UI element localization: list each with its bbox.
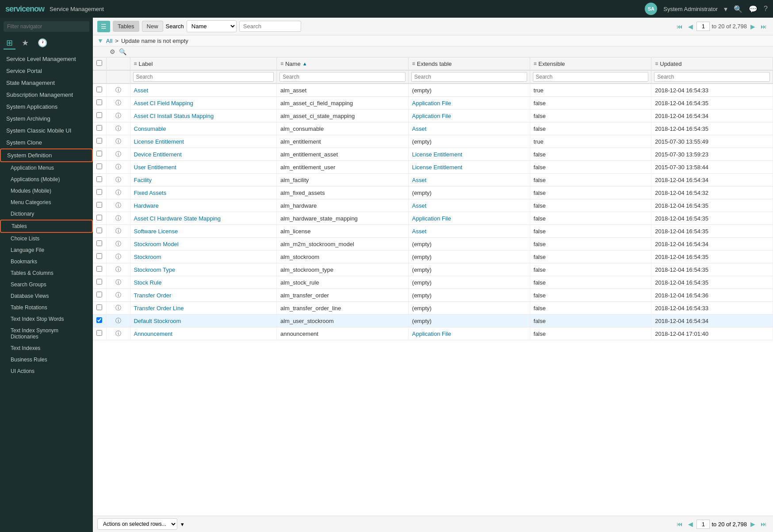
- row-label-link[interactable]: Transfer Order Line: [134, 305, 184, 312]
- chat-icon[interactable]: 💬: [749, 5, 758, 13]
- row-extends-link[interactable]: Asset: [412, 202, 427, 209]
- row-label-link[interactable]: Default Stockroom: [134, 318, 181, 324]
- info-button[interactable]: ⓘ: [115, 227, 121, 235]
- row-checkbox[interactable]: [96, 112, 102, 118]
- search-field-dropdown[interactable]: Name Label Extends table: [187, 20, 237, 32]
- hamburger-button[interactable]: ☰: [97, 21, 110, 32]
- sidebar-item-business-rules[interactable]: Business Rules: [0, 354, 93, 365]
- info-button[interactable]: ⓘ: [115, 86, 121, 94]
- sidebar-item-modules-(mobile)[interactable]: Modules (Mobile): [0, 185, 93, 197]
- row-label-link[interactable]: Asset CI Field Mapping: [134, 100, 193, 106]
- info-button[interactable]: ⓘ: [115, 137, 121, 145]
- th-label[interactable]: ≡ Label: [130, 57, 276, 71]
- actions-dropdown[interactable]: Actions on selected rows...: [97, 518, 177, 530]
- info-button[interactable]: ⓘ: [115, 240, 121, 248]
- th-extensible[interactable]: ≡ Extensible: [530, 57, 651, 71]
- row-label-link[interactable]: Device Entitlement: [134, 151, 182, 158]
- search-label-input[interactable]: [133, 72, 274, 82]
- row-label-link[interactable]: Fixed Assets: [134, 190, 167, 196]
- row-label-link[interactable]: Consumable: [134, 125, 166, 132]
- sidebar-item-table-rotations[interactable]: Table Rotations: [0, 302, 93, 313]
- row-label-link[interactable]: Stock Rule: [134, 279, 162, 286]
- th-name[interactable]: ≡ Name ▲: [276, 57, 408, 71]
- sidebar-item-choice-lists[interactable]: Choice Lists: [0, 233, 93, 244]
- sidebar-item-subscription-management[interactable]: Subscription Management: [0, 89, 93, 101]
- row-checkbox[interactable]: [96, 151, 102, 156]
- info-button[interactable]: ⓘ: [115, 112, 121, 120]
- help-icon[interactable]: ?: [764, 5, 768, 13]
- sidebar-item-bookmarks[interactable]: Bookmarks: [0, 256, 93, 267]
- row-extends-link[interactable]: License Entitlement: [412, 164, 462, 171]
- sidebar-item-dictionary[interactable]: Dictionary: [0, 208, 93, 220]
- row-checkbox[interactable]: [96, 253, 102, 259]
- info-button[interactable]: ⓘ: [115, 317, 121, 325]
- row-label-link[interactable]: Facility: [134, 177, 152, 183]
- search-input[interactable]: [239, 21, 301, 32]
- sidebar-item-service-level-management[interactable]: Service Level Management: [0, 53, 93, 65]
- sidebar-item-text-indexes[interactable]: Text Indexes: [0, 342, 93, 354]
- row-checkbox[interactable]: [96, 292, 102, 297]
- sidebar-item-application-menus[interactable]: Application Menus: [0, 162, 93, 174]
- select-all-checkbox[interactable]: [96, 60, 102, 66]
- sidebar-tab-star[interactable]: ★: [19, 37, 31, 49]
- info-button[interactable]: ⓘ: [115, 291, 121, 299]
- bottom-last-page-button[interactable]: ⏭: [759, 520, 769, 528]
- info-button[interactable]: ⓘ: [115, 253, 121, 261]
- row-extends-link[interactable]: Application File: [412, 215, 451, 222]
- sidebar-item-tables[interactable]: Tables: [0, 220, 93, 233]
- row-checkbox[interactable]: [96, 189, 102, 195]
- bottom-next-page-button[interactable]: ▶: [749, 520, 757, 528]
- search-name-input[interactable]: [279, 72, 406, 82]
- row-label-link[interactable]: User Entitlement: [134, 164, 176, 171]
- sidebar-item-system-clone[interactable]: System Clone: [0, 137, 93, 148]
- row-checkbox[interactable]: [96, 138, 102, 144]
- caret-down-icon[interactable]: ▾: [724, 5, 727, 13]
- filter-navigator-input[interactable]: [4, 21, 89, 32]
- row-label-link[interactable]: Stockroom: [134, 254, 161, 260]
- row-extends-link[interactable]: Asset: [412, 125, 427, 132]
- info-button[interactable]: ⓘ: [115, 99, 121, 107]
- bottom-first-page-button[interactable]: ⏮: [675, 520, 685, 528]
- row-label-link[interactable]: Asset: [134, 87, 149, 94]
- row-checkbox[interactable]: [96, 228, 102, 233]
- sidebar-tab-home[interactable]: ⊞: [4, 37, 15, 49]
- row-checkbox[interactable]: [96, 279, 102, 285]
- sidebar-item-applications-(mobile)[interactable]: Applications (Mobile): [0, 174, 93, 185]
- sidebar-item-state-management[interactable]: State Management: [0, 77, 93, 89]
- row-label-link[interactable]: Stockroom Type: [134, 266, 176, 273]
- info-button[interactable]: ⓘ: [115, 176, 121, 184]
- sidebar-item-system-classic-mobile-ui[interactable]: System Classic Mobile UI: [0, 125, 93, 137]
- row-label-link[interactable]: Software License: [134, 228, 178, 235]
- sidebar-item-system-archiving[interactable]: System Archiving: [0, 113, 93, 125]
- search-toggle-icon[interactable]: 🔍: [119, 48, 126, 55]
- row-label-link[interactable]: Stockroom Model: [134, 241, 179, 247]
- info-button[interactable]: ⓘ: [115, 330, 121, 338]
- all-link[interactable]: All: [106, 38, 112, 44]
- last-page-button[interactable]: ⏭: [759, 22, 769, 31]
- search-icon[interactable]: 🔍: [734, 5, 742, 13]
- sidebar-item-text-index-stop-words[interactable]: Text Index Stop Words: [0, 313, 93, 325]
- info-button[interactable]: ⓘ: [115, 304, 121, 312]
- info-button[interactable]: ⓘ: [115, 266, 121, 274]
- row-label-link[interactable]: Asset CI Install Status Mapping: [134, 113, 214, 119]
- th-updated[interactable]: ≡ Updated: [651, 57, 773, 71]
- row-extends-link[interactable]: Asset: [412, 228, 427, 235]
- row-extends-link[interactable]: Application File: [412, 100, 451, 106]
- info-button[interactable]: ⓘ: [115, 163, 121, 171]
- row-checkbox[interactable]: [96, 304, 102, 310]
- sidebar-item-service-portal[interactable]: Service Portal: [0, 65, 93, 77]
- prev-page-button[interactable]: ◀: [686, 22, 695, 31]
- search-extends-input[interactable]: [411, 72, 527, 82]
- sidebar-item-menu-categories[interactable]: Menu Categories: [0, 197, 93, 208]
- row-label-link[interactable]: Asset CI Hardware State Mapping: [134, 215, 221, 222]
- row-checkbox[interactable]: [96, 176, 102, 182]
- bottom-prev-page-button[interactable]: ◀: [686, 520, 695, 528]
- row-label-link[interactable]: Transfer Order: [134, 292, 172, 299]
- row-label-link[interactable]: Announcement: [134, 331, 172, 337]
- info-button[interactable]: ⓘ: [115, 150, 121, 158]
- row-checkbox[interactable]: [96, 125, 102, 131]
- sidebar-item-language-file[interactable]: Language File: [0, 244, 93, 256]
- sidebar-item-database-views[interactable]: Database Views: [0, 290, 93, 302]
- row-checkbox[interactable]: [96, 317, 102, 323]
- row-checkbox[interactable]: [96, 240, 102, 246]
